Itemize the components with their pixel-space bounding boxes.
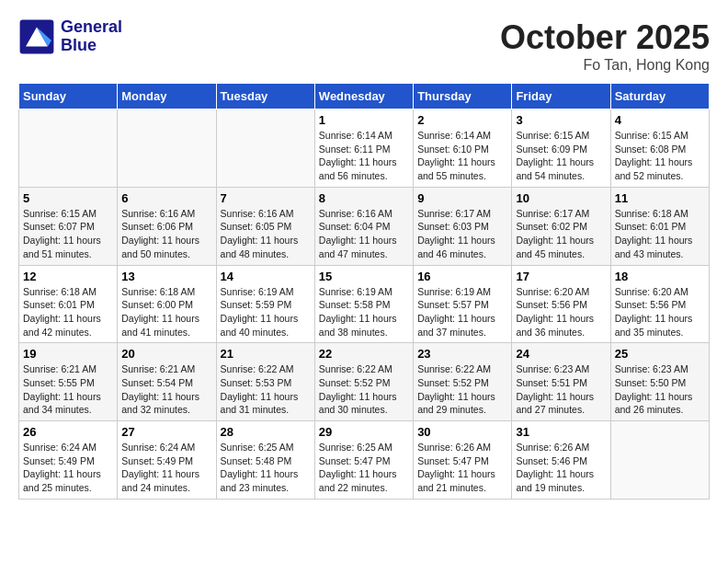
logo: General Blue: [18, 18, 122, 55]
day-number: 14: [221, 270, 311, 283]
logo-line2: Blue: [61, 37, 122, 55]
day-number: 26: [23, 425, 113, 439]
location: Fo Tan, Hong Kong: [500, 57, 710, 74]
day-cell: 31Sunrise: 6:26 AM Sunset: 5:46 PM Dayli…: [512, 421, 610, 500]
logo-icon: [18, 18, 55, 55]
day-cell: 1Sunrise: 6:14 AM Sunset: 6:11 PM Daylig…: [314, 109, 413, 188]
day-cell: 12Sunrise: 6:18 AM Sunset: 6:01 PM Dayli…: [19, 265, 118, 343]
weekday-header-wednesday: Wednesday: [314, 84, 413, 109]
week-row-2: 5Sunrise: 6:15 AM Sunset: 6:07 PM Daylig…: [19, 187, 710, 265]
day-cell: [610, 421, 709, 500]
day-cell: 13Sunrise: 6:18 AM Sunset: 6:00 PM Dayli…: [118, 265, 216, 343]
day-info: Sunrise: 6:19 AM Sunset: 5:59 PM Dayligh…: [221, 285, 311, 339]
day-number: 7: [221, 191, 311, 205]
weekday-header-saturday: Saturday: [610, 84, 709, 109]
day-info: Sunrise: 6:16 AM Sunset: 6:06 PM Dayligh…: [121, 207, 211, 261]
day-info: Sunrise: 6:23 AM Sunset: 5:51 PM Dayligh…: [516, 362, 606, 417]
day-info: Sunrise: 6:26 AM Sunset: 5:46 PM Dayligh…: [516, 441, 606, 495]
day-number: 31: [516, 425, 606, 439]
day-info: Sunrise: 6:25 AM Sunset: 5:48 PM Dayligh…: [221, 441, 311, 495]
day-cell: 5Sunrise: 6:15 AM Sunset: 6:07 PM Daylig…: [19, 187, 118, 265]
day-cell: 6Sunrise: 6:16 AM Sunset: 6:06 PM Daylig…: [118, 187, 216, 265]
day-cell: 24Sunrise: 6:23 AM Sunset: 5:51 PM Dayli…: [512, 343, 610, 421]
day-number: 22: [319, 347, 409, 361]
logo-line1: General: [61, 18, 122, 37]
day-cell: 4Sunrise: 6:15 AM Sunset: 6:08 PM Daylig…: [610, 109, 709, 188]
day-cell: 3Sunrise: 6:15 AM Sunset: 6:09 PM Daylig…: [512, 109, 610, 188]
weekday-header-sunday: Sunday: [19, 84, 118, 109]
day-info: Sunrise: 6:18 AM Sunset: 6:01 PM Dayligh…: [615, 207, 705, 261]
day-number: 17: [516, 270, 606, 283]
day-info: Sunrise: 6:18 AM Sunset: 6:01 PM Dayligh…: [23, 285, 113, 339]
day-info: Sunrise: 6:20 AM Sunset: 5:56 PM Dayligh…: [516, 285, 606, 339]
week-row-3: 12Sunrise: 6:18 AM Sunset: 6:01 PM Dayli…: [19, 265, 710, 343]
day-cell: 20Sunrise: 6:21 AM Sunset: 5:54 PM Dayli…: [118, 343, 216, 421]
day-cell: 16Sunrise: 6:19 AM Sunset: 5:57 PM Dayli…: [414, 265, 512, 343]
day-info: Sunrise: 6:16 AM Sunset: 6:05 PM Dayligh…: [221, 207, 311, 261]
day-number: 15: [319, 270, 409, 283]
weekday-header-thursday: Thursday: [414, 84, 512, 109]
day-cell: 10Sunrise: 6:17 AM Sunset: 6:02 PM Dayli…: [512, 187, 610, 265]
day-info: Sunrise: 6:15 AM Sunset: 6:09 PM Dayligh…: [516, 129, 606, 183]
day-number: 3: [516, 113, 606, 127]
day-number: 28: [221, 425, 311, 439]
day-cell: 19Sunrise: 6:21 AM Sunset: 5:55 PM Dayli…: [19, 343, 118, 421]
day-cell: [118, 109, 216, 188]
day-number: 30: [417, 425, 507, 439]
day-cell: 28Sunrise: 6:25 AM Sunset: 5:48 PM Dayli…: [216, 421, 314, 500]
day-cell: 8Sunrise: 6:16 AM Sunset: 6:04 PM Daylig…: [314, 187, 413, 265]
day-number: 2: [417, 113, 507, 127]
day-cell: 25Sunrise: 6:23 AM Sunset: 5:50 PM Dayli…: [610, 343, 709, 421]
day-number: 29: [319, 425, 409, 439]
day-info: Sunrise: 6:18 AM Sunset: 6:00 PM Dayligh…: [121, 285, 211, 339]
day-info: Sunrise: 6:23 AM Sunset: 5:50 PM Dayligh…: [615, 362, 705, 417]
day-info: Sunrise: 6:17 AM Sunset: 6:02 PM Dayligh…: [516, 207, 606, 261]
week-row-4: 19Sunrise: 6:21 AM Sunset: 5:55 PM Dayli…: [19, 343, 710, 421]
day-info: Sunrise: 6:20 AM Sunset: 5:56 PM Dayligh…: [615, 285, 705, 339]
day-cell: 22Sunrise: 6:22 AM Sunset: 5:52 PM Dayli…: [314, 343, 413, 421]
day-cell: 2Sunrise: 6:14 AM Sunset: 6:10 PM Daylig…: [414, 109, 512, 188]
day-info: Sunrise: 6:25 AM Sunset: 5:47 PM Dayligh…: [319, 441, 409, 495]
day-cell: 23Sunrise: 6:22 AM Sunset: 5:52 PM Dayli…: [414, 343, 512, 421]
day-cell: 15Sunrise: 6:19 AM Sunset: 5:58 PM Dayli…: [314, 265, 413, 343]
day-info: Sunrise: 6:22 AM Sunset: 5:52 PM Dayligh…: [319, 362, 409, 417]
day-info: Sunrise: 6:24 AM Sunset: 5:49 PM Dayligh…: [121, 441, 211, 495]
day-info: Sunrise: 6:21 AM Sunset: 5:54 PM Dayligh…: [121, 362, 211, 417]
day-number: 1: [319, 113, 409, 127]
day-info: Sunrise: 6:21 AM Sunset: 5:55 PM Dayligh…: [23, 362, 113, 417]
day-cell: 30Sunrise: 6:26 AM Sunset: 5:47 PM Dayli…: [414, 421, 512, 500]
day-number: 16: [417, 270, 507, 283]
day-cell: 27Sunrise: 6:24 AM Sunset: 5:49 PM Dayli…: [118, 421, 216, 500]
page-header: General Blue October 2025 Fo Tan, Hong K…: [18, 18, 710, 74]
day-cell: 17Sunrise: 6:20 AM Sunset: 5:56 PM Dayli…: [512, 265, 610, 343]
day-info: Sunrise: 6:26 AM Sunset: 5:47 PM Dayligh…: [417, 441, 507, 495]
day-number: 12: [23, 270, 113, 283]
week-row-5: 26Sunrise: 6:24 AM Sunset: 5:49 PM Dayli…: [19, 421, 710, 500]
day-info: Sunrise: 6:16 AM Sunset: 6:04 PM Dayligh…: [319, 207, 409, 261]
day-number: 10: [516, 191, 606, 205]
day-number: 13: [121, 270, 211, 283]
calendar: SundayMondayTuesdayWednesdayThursdayFrid…: [18, 83, 710, 500]
day-number: 9: [417, 191, 507, 205]
day-number: 19: [23, 347, 113, 361]
day-info: Sunrise: 6:15 AM Sunset: 6:07 PM Dayligh…: [23, 207, 113, 261]
day-cell: 18Sunrise: 6:20 AM Sunset: 5:56 PM Dayli…: [610, 265, 709, 343]
day-number: 8: [319, 191, 409, 205]
logo-text: General Blue: [61, 18, 122, 55]
day-cell: 21Sunrise: 6:22 AM Sunset: 5:53 PM Dayli…: [216, 343, 314, 421]
day-info: Sunrise: 6:17 AM Sunset: 6:03 PM Dayligh…: [417, 207, 507, 261]
weekday-header-tuesday: Tuesday: [216, 84, 314, 109]
day-cell: 11Sunrise: 6:18 AM Sunset: 6:01 PM Dayli…: [610, 187, 709, 265]
weekday-header-friday: Friday: [512, 84, 610, 109]
day-info: Sunrise: 6:15 AM Sunset: 6:08 PM Dayligh…: [615, 129, 705, 183]
day-cell: 14Sunrise: 6:19 AM Sunset: 5:59 PM Dayli…: [216, 265, 314, 343]
day-info: Sunrise: 6:19 AM Sunset: 5:58 PM Dayligh…: [319, 285, 409, 339]
day-number: 6: [121, 191, 211, 205]
day-info: Sunrise: 6:22 AM Sunset: 5:53 PM Dayligh…: [221, 362, 311, 417]
day-cell: [216, 109, 314, 188]
day-cell: 29Sunrise: 6:25 AM Sunset: 5:47 PM Dayli…: [314, 421, 413, 500]
weekday-header-monday: Monday: [118, 84, 216, 109]
day-number: 23: [417, 347, 507, 361]
day-number: 5: [23, 191, 113, 205]
day-info: Sunrise: 6:19 AM Sunset: 5:57 PM Dayligh…: [417, 285, 507, 339]
